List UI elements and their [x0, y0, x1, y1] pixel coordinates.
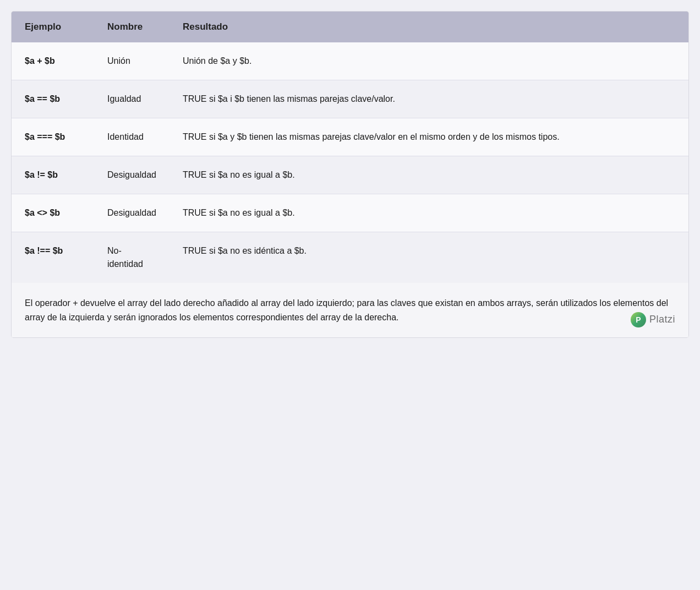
- table-row: $a === $bIdentidadTRUE si $a y $b tienen…: [12, 118, 688, 156]
- cell-ejemplo: $a != $b: [12, 156, 94, 194]
- table-row: $a == $bIgualdadTRUE si $a i $b tienen l…: [12, 80, 688, 118]
- header-resultado: Resultado: [169, 12, 688, 42]
- cell-resultado: TRUE si $a no es idéntica a $b.: [169, 232, 688, 283]
- header-nombre: Nombre: [94, 12, 169, 42]
- operators-table: Ejemplo Nombre Resultado $a + $bUniónUni…: [12, 12, 688, 283]
- table-row: $a <> $bDesigualdadTRUE si $a no es igua…: [12, 194, 688, 232]
- table-header-row: Ejemplo Nombre Resultado: [12, 12, 688, 42]
- cell-nombre: Identidad: [94, 118, 169, 156]
- cell-ejemplo: $a + $b: [12, 42, 94, 80]
- cell-ejemplo: $a <> $b: [12, 194, 94, 232]
- cell-nombre: Desigualdad: [94, 194, 169, 232]
- cell-resultado: TRUE si $a y $b tienen las mismas pareja…: [169, 118, 688, 156]
- table-row: $a !== $bNo-identidadTRUE si $a no es id…: [12, 232, 688, 283]
- table-wrapper: Ejemplo Nombre Resultado $a + $bUniónUni…: [11, 11, 689, 338]
- cell-ejemplo: $a == $b: [12, 80, 94, 118]
- cell-resultado: TRUE si $a no es igual a $b.: [169, 156, 688, 194]
- header-ejemplo: Ejemplo: [12, 12, 94, 42]
- cell-nombre: Desigualdad: [94, 156, 169, 194]
- cell-nombre: Igualdad: [94, 80, 169, 118]
- cell-ejemplo: $a === $b: [12, 118, 94, 156]
- cell-nombre: No-identidad: [94, 232, 169, 283]
- cell-resultado: TRUE si $a i $b tienen las mismas pareja…: [169, 80, 688, 118]
- table-row: $a + $bUniónUnión de $a y $b.: [12, 42, 688, 80]
- cell-nombre: Unión: [94, 42, 169, 80]
- footer-text-content: El operador + devuelve el array del lado…: [25, 298, 668, 322]
- platzi-logo: P Platzi: [631, 312, 675, 327]
- platzi-logo-icon: P: [631, 312, 646, 327]
- page-container: Ejemplo Nombre Resultado $a + $bUniónUni…: [11, 11, 689, 338]
- cell-ejemplo: $a !== $b: [12, 232, 94, 283]
- table-row: $a != $bDesigualdadTRUE si $a no es igua…: [12, 156, 688, 194]
- footer-description: El operador + devuelve el array del lado…: [12, 283, 688, 337]
- cell-resultado: TRUE si $a no es igual a $b.: [169, 194, 688, 232]
- cell-resultado: Unión de $a y $b.: [169, 42, 688, 80]
- platzi-logo-text: Platzi: [649, 312, 675, 327]
